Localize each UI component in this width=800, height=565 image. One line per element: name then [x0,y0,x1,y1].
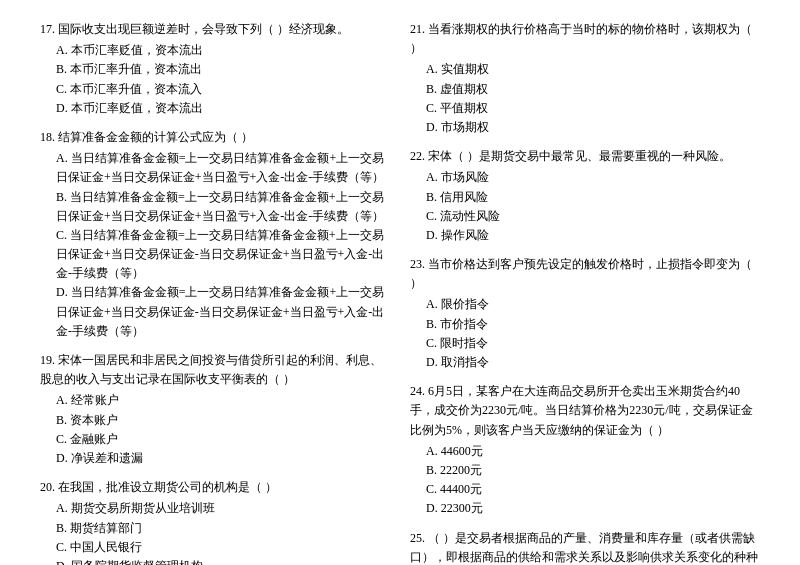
question-21: 21. 当看涨期权的执行价格高于当时的标的物价格时，该期权为（ ） A. 实值期… [410,20,760,137]
right-column: 21. 当看涨期权的执行价格高于当时的标的物价格时，该期权为（ ） A. 实值期… [410,20,760,565]
q18-title: 18. 结算准备金金额的计算公式应为（ ） [40,128,390,147]
q17-option-c: C. 本币汇率升值，资本流入 [40,80,390,99]
question-24: 24. 6月5日，某客户在大连商品交易所开仓卖出玉米期货合约40手，成交价为22… [410,382,760,518]
question-18: 18. 结算准备金金额的计算公式应为（ ） A. 当日结算准备金金额=上一交易日… [40,128,390,341]
q24-option-c: C. 44400元 [410,480,760,499]
q23-option-b: B. 市价指令 [410,315,760,334]
q17-option-d: D. 本币汇率贬值，资本流出 [40,99,390,118]
q21-option-a: A. 实值期权 [410,60,760,79]
q22-option-b: B. 信用风险 [410,188,760,207]
left-column: 17. 国际收支出现巨额逆差时，会导致下列（ ）经济现象。 A. 本币汇率贬值，… [40,20,390,565]
q20-option-a: A. 期货交易所期货从业培训班 [40,499,390,518]
q22-option-d: D. 操作风险 [410,226,760,245]
q19-option-d: D. 净误差和遗漏 [40,449,390,468]
question-23: 23. 当市价格达到客户预先设定的触发价格时，止损指令即变为（ ） A. 限价指… [410,255,760,372]
q18-option-a: A. 当日结算准备金金额=上一交易日结算准备金金额+上一交易日保证金+当日交易保… [40,149,390,187]
q24-option-d: D. 22300元 [410,499,760,518]
q19-option-a: A. 经常账户 [40,391,390,410]
question-20: 20. 在我国，批准设立期货公司的机构是（ ） A. 期货交易所期货从业培训班 … [40,478,390,565]
q21-option-d: D. 市场期权 [410,118,760,137]
question-17: 17. 国际收支出现巨额逆差时，会导致下列（ ）经济现象。 A. 本币汇率贬值，… [40,20,390,118]
q23-option-a: A. 限价指令 [410,295,760,314]
q23-title: 23. 当市价格达到客户预先设定的触发价格时，止损指令即变为（ ） [410,255,760,293]
q22-option-c: C. 流动性风险 [410,207,760,226]
q24-option-b: B. 22200元 [410,461,760,480]
question-22: 22. 宋体（ ）是期货交易中最常见、最需要重视的一种风险。 A. 市场风险 B… [410,147,760,245]
q20-option-c: C. 中国人民银行 [40,538,390,557]
q17-option-a: A. 本币汇率贬值，资本流出 [40,41,390,60]
q20-title: 20. 在我国，批准设立期货公司的机构是（ ） [40,478,390,497]
q25-title: 25. （ ）是交易者根据商品的产量、消费量和库存量（或者供需缺口），即根据商品… [410,529,760,566]
q18-option-d: D. 当日结算准备金金额=上一交易日结算准备金金额+上一交易日保证金+当日交易保… [40,283,390,341]
q19-option-b: B. 资本账户 [40,411,390,430]
q21-title: 21. 当看涨期权的执行价格高于当时的标的物价格时，该期权为（ ） [410,20,760,58]
page-content: 17. 国际收支出现巨额逆差时，会导致下列（ ）经济现象。 A. 本币汇率贬值，… [40,20,760,565]
q24-title: 24. 6月5日，某客户在大连商品交易所开仓卖出玉米期货合约40手，成交价为22… [410,382,760,440]
q17-title: 17. 国际收支出现巨额逆差时，会导致下列（ ）经济现象。 [40,20,390,39]
q23-option-c: C. 限时指令 [410,334,760,353]
q19-option-c: C. 金融账户 [40,430,390,449]
q18-option-c: C. 当日结算准备金金额=上一交易日结算准备金金额+上一交易日保证金+当日交易保… [40,226,390,284]
q20-option-d: D. 国务院期货监督管理机构 [40,557,390,565]
q23-option-d: D. 取消指令 [410,353,760,372]
q24-option-a: A. 44600元 [410,442,760,461]
q22-title: 22. 宋体（ ）是期货交易中最常见、最需要重视的一种风险。 [410,147,760,166]
q19-title: 19. 宋体一国居民和非居民之间投资与借贷所引起的利润、利息、股息的收入与支出记… [40,351,390,389]
q18-option-b: B. 当日结算准备金金额=上一交易日结算准备金金额+上一交易日保证金+当日交易保… [40,188,390,226]
question-25: 25. （ ）是交易者根据商品的产量、消费量和库存量（或者供需缺口），即根据商品… [410,529,760,566]
q22-option-a: A. 市场风险 [410,168,760,187]
q21-option-c: C. 平值期权 [410,99,760,118]
question-19: 19. 宋体一国居民和非居民之间投资与借贷所引起的利润、利息、股息的收入与支出记… [40,351,390,468]
q20-option-b: B. 期货结算部门 [40,519,390,538]
q21-option-b: B. 虚值期权 [410,80,760,99]
q17-option-b: B. 本币汇率升值，资本流出 [40,60,390,79]
